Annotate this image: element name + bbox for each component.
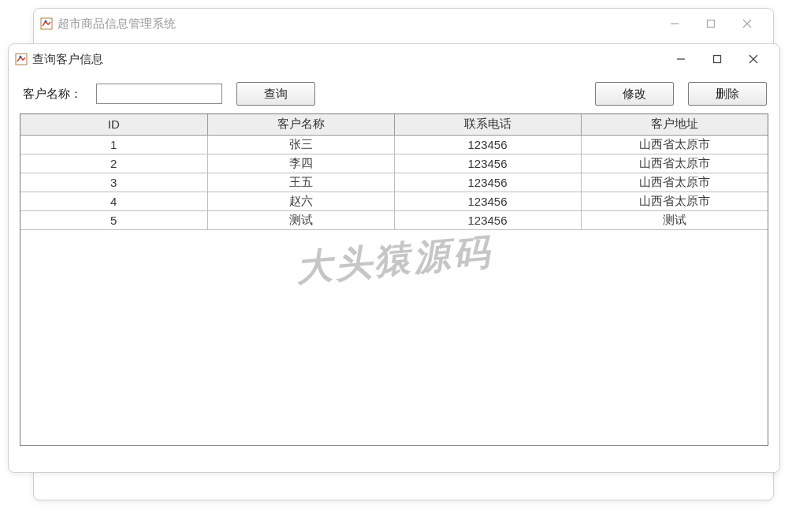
table-cell: 3	[20, 173, 207, 192]
table-cell: 山西省太原市	[581, 192, 768, 210]
table-row[interactable]: 4赵六123456山西省太原市	[20, 192, 768, 210]
minimize-button[interactable]	[663, 47, 699, 71]
table-header-row: ID客户名称联系电话客户地址	[20, 114, 768, 135]
close-button[interactable]	[735, 47, 772, 71]
search-row: 客户名称： 查询 修改 删除	[20, 82, 768, 106]
outer-window-title: 超市商品信息管理系统	[58, 17, 656, 32]
table-row[interactable]: 3王五123456山西省太原市	[20, 173, 768, 192]
inner-titlebar: 查询客户信息	[9, 44, 779, 74]
table-cell: 123456	[394, 173, 581, 192]
table-cell: 山西省太原市	[581, 173, 768, 192]
maximize-button[interactable]	[693, 12, 729, 35]
app-icon	[40, 17, 53, 30]
inner-window: 查询客户信息 客户名称： 查询 修改 删除 ID客户名称联系电话客户	[8, 43, 780, 473]
svg-rect-6	[16, 54, 27, 65]
minimize-button[interactable]	[656, 12, 693, 35]
delete-button[interactable]: 删除	[688, 82, 767, 106]
table-cell: 4	[20, 192, 207, 210]
edit-button[interactable]: 修改	[595, 82, 674, 106]
table-header-cell[interactable]: ID	[20, 114, 207, 135]
dialog-body: 客户名称： 查询 修改 删除 ID客户名称联系电话客户地址 1张三123456山…	[9, 74, 779, 457]
watermark-text: 大头猿源码	[294, 227, 494, 293]
customer-name-input[interactable]	[96, 84, 222, 104]
maximize-button[interactable]	[699, 47, 735, 71]
svg-rect-9	[714, 56, 721, 63]
svg-rect-3	[708, 20, 715, 28]
table-cell: 赵六	[207, 192, 394, 210]
table-row[interactable]: 1张三123456山西省太原市	[20, 135, 768, 154]
table-cell: 测试	[581, 210, 768, 229]
table-header-cell[interactable]: 联系电话	[394, 114, 581, 135]
table-cell: 5	[20, 210, 207, 229]
inner-window-title: 查询客户信息	[32, 52, 663, 67]
table-cell: 李四	[207, 154, 394, 173]
table-container: ID客户名称联系电话客户地址 1张三123456山西省太原市2李四123456山…	[20, 113, 768, 446]
customer-table[interactable]: ID客户名称联系电话客户地址 1张三123456山西省太原市2李四123456山…	[20, 114, 768, 230]
table-cell: 123456	[394, 210, 581, 229]
table-cell: 123456	[394, 192, 581, 210]
table-header-cell[interactable]: 客户地址	[581, 114, 768, 135]
table-cell: 2	[20, 154, 207, 173]
table-header-cell[interactable]: 客户名称	[207, 114, 394, 135]
table-cell: 123456	[394, 154, 581, 173]
table-cell: 山西省太原市	[581, 135, 768, 154]
svg-point-7	[20, 56, 22, 58]
dialog-icon	[15, 53, 28, 65]
outer-titlebar: 超市商品信息管理系统	[34, 9, 773, 39]
table-row[interactable]: 5测试123456测试	[20, 210, 768, 229]
close-button[interactable]	[729, 12, 765, 35]
table-cell: 山西省太原市	[581, 154, 768, 173]
table-cell: 123456	[394, 135, 581, 154]
inner-window-controls	[663, 47, 772, 71]
customer-name-label: 客户名称：	[21, 87, 82, 102]
table-row[interactable]: 2李四123456山西省太原市	[20, 154, 768, 173]
query-button[interactable]: 查询	[236, 82, 315, 106]
table-cell: 1	[20, 135, 207, 154]
svg-rect-0	[41, 18, 52, 29]
outer-window-controls	[656, 12, 765, 35]
table-cell: 测试	[207, 210, 394, 229]
table-cell: 张三	[207, 135, 394, 154]
svg-point-1	[45, 20, 47, 23]
table-cell: 王五	[207, 173, 394, 192]
